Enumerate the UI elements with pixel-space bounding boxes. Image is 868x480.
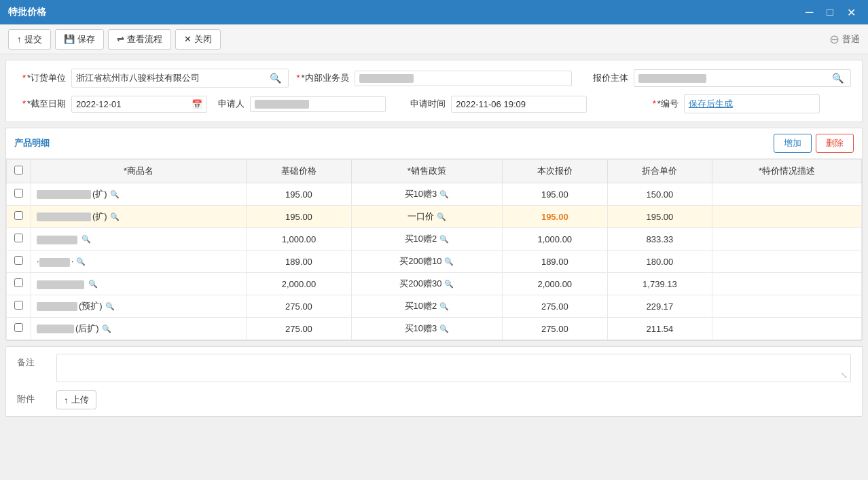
close-form-button[interactable]: ✕ 关闭	[175, 29, 221, 50]
row-checkbox[interactable]	[14, 211, 23, 220]
delete-row-button[interactable]: 删除	[816, 134, 854, 153]
row-sales-policy: 买10赠2🔍	[351, 228, 502, 251]
expiry-date-col: *截至日期 2022-12-01 📅 申请人	[17, 96, 386, 113]
row-quote-price: 189.00	[502, 251, 607, 273]
row-checkbox-cell	[7, 206, 31, 228]
upload-button[interactable]: ↑ 上传	[56, 390, 96, 409]
row-quote-price: 275.00	[502, 318, 607, 340]
row-checkbox-cell	[7, 318, 31, 340]
row-checkbox-cell	[7, 251, 31, 273]
row-checkbox[interactable]	[14, 323, 23, 332]
title-bar: 特批价格 ─ □ ✕	[0, 0, 868, 24]
number-value: 保存后生成	[684, 94, 820, 113]
notes-input-area[interactable]: ⤡	[56, 354, 851, 382]
bottom-section: 备注 ⤡ 附件 ↑ 上传	[5, 346, 863, 417]
product-search-icon[interactable]: 🔍	[82, 235, 91, 243]
row-checkbox[interactable]	[14, 301, 23, 310]
row-checkbox-cell	[7, 273, 31, 295]
report-subject-search-icon[interactable]: 🔍	[829, 73, 846, 84]
row-base-price: 195.00	[247, 206, 352, 228]
save-button[interactable]: 💾 保存	[55, 29, 104, 50]
product-title: 产品明细	[14, 137, 50, 149]
upload-icon: ↑	[17, 34, 22, 44]
product-search-icon[interactable]: 🔍	[88, 280, 98, 288]
upload-icon: ↑	[64, 395, 69, 405]
submit-button[interactable]: ↑ 提交	[8, 29, 51, 50]
internal-sales-col: *内部业务员	[296, 71, 571, 86]
row-base-price: 275.00	[247, 318, 352, 340]
policy-search-icon[interactable]: 🔍	[439, 190, 449, 198]
expiry-date-value: 2022-12-01 📅	[71, 96, 207, 113]
row-sales-policy: 一口价🔍	[351, 206, 502, 228]
product-search-icon[interactable]: 🔍	[110, 213, 120, 221]
table-row: 🔍1,000.00买10赠2🔍1,000.00833.33	[7, 228, 862, 251]
internal-sales-value	[355, 71, 572, 86]
row-unit-price: 1,739.13	[607, 273, 712, 295]
save-icon: 💾	[64, 34, 75, 44]
row-sales-policy: 买200赠10🔍	[351, 251, 502, 273]
policy-search-icon[interactable]: 🔍	[437, 213, 446, 221]
add-row-button[interactable]: 增加	[774, 134, 812, 153]
row-desc[interactable]	[712, 183, 862, 206]
select-all-checkbox[interactable]	[14, 166, 23, 174]
row-checkbox[interactable]	[14, 256, 23, 265]
policy-search-icon[interactable]: 🔍	[444, 257, 454, 265]
row-desc[interactable]	[712, 206, 862, 228]
table-row: 🔍2,000.00买200赠30🔍2,000.001,739.13	[7, 273, 862, 295]
minimize-button[interactable]: ─	[801, 5, 817, 20]
row-checkbox-cell	[7, 295, 31, 318]
row-base-price: 275.00	[247, 295, 352, 318]
apply-time-label: 申请时间	[397, 98, 451, 110]
row-product-name: 🔍	[31, 273, 247, 295]
product-section: 产品明细 增加 删除 *商品名 基础价格 *销售政策 本次报价 折合单价 *特价…	[5, 128, 863, 341]
notes-label: 备注	[17, 354, 51, 369]
row-product-name: (后扩)🔍	[31, 318, 247, 340]
product-search-icon[interactable]: 🔍	[105, 302, 115, 310]
row-quote-price: 195.00	[502, 206, 607, 228]
toolbar: ↑ 提交 💾 保存 ⇌ 查看流程 ✕ 关闭 ⊖ 普通	[0, 24, 868, 54]
row-sales-policy: 买200赠30🔍	[351, 273, 502, 295]
report-subject-label: 报价主体	[579, 72, 634, 84]
view-flow-button[interactable]: ⇌ 查看流程	[108, 29, 171, 50]
report-subject-col: 报价主体 🔍	[579, 69, 851, 87]
row-checkbox[interactable]	[14, 234, 23, 242]
close-button[interactable]: ✕	[843, 5, 860, 20]
order-unit-search-icon[interactable]: 🔍	[267, 73, 284, 84]
policy-search-icon[interactable]: 🔍	[439, 325, 449, 333]
form-row-1: *订货单位 浙江省杭州市八骏科技有限公司 🔍 *内部业务员 报价主体 🔍	[17, 69, 851, 88]
row-checkbox[interactable]	[14, 189, 23, 198]
mode-label: 普通	[842, 33, 860, 45]
row-base-price: 1,000.00	[247, 228, 352, 251]
restore-button[interactable]: □	[822, 5, 837, 20]
row-unit-price: 180.00	[607, 251, 712, 273]
toolbar-right: ⊖ 普通	[829, 32, 860, 47]
apply-time-col: 申请时间 2022-11-06 19:09	[397, 96, 618, 113]
policy-search-icon[interactable]: 🔍	[439, 235, 449, 243]
calendar-icon[interactable]: 📅	[192, 99, 202, 109]
table-row: (扩)🔍195.00一口价🔍195.00195.00	[7, 206, 862, 228]
product-search-icon[interactable]: 🔍	[110, 190, 120, 198]
minus-circle-icon: ⊖	[829, 32, 839, 47]
product-search-icon[interactable]: 🔍	[76, 257, 86, 265]
row-desc[interactable]	[712, 318, 862, 340]
row-checkbox-cell	[7, 183, 31, 206]
number-label: *编号	[630, 98, 684, 110]
header-checkbox-cell	[7, 160, 31, 183]
table-row: (扩)🔍195.00买10赠3🔍195.00150.00	[7, 183, 862, 206]
table-row: (后扩)🔍275.00买10赠3🔍275.00211.54	[7, 318, 862, 340]
row-product-name: (预扩)🔍	[31, 295, 247, 318]
row-sales-policy: 买10赠2🔍	[351, 295, 502, 318]
policy-search-icon[interactable]: 🔍	[444, 280, 454, 288]
product-search-icon[interactable]: 🔍	[102, 325, 111, 333]
product-table-wrap: *商品名 基础价格 *销售政策 本次报价 折合单价 *特价情况描述 (扩)🔍19…	[6, 159, 862, 340]
policy-search-icon[interactable]: 🔍	[439, 302, 449, 310]
row-desc[interactable]	[712, 251, 862, 273]
row-desc[interactable]	[712, 295, 862, 318]
apply-time-value: 2022-11-06 19:09	[451, 96, 587, 113]
row-checkbox[interactable]	[14, 278, 23, 287]
header-product-name: *商品名	[31, 160, 247, 183]
row-unit-price: 150.00	[607, 183, 712, 206]
row-desc[interactable]	[712, 228, 862, 251]
order-unit-label: *订货单位	[17, 72, 71, 84]
row-desc[interactable]	[712, 273, 862, 295]
